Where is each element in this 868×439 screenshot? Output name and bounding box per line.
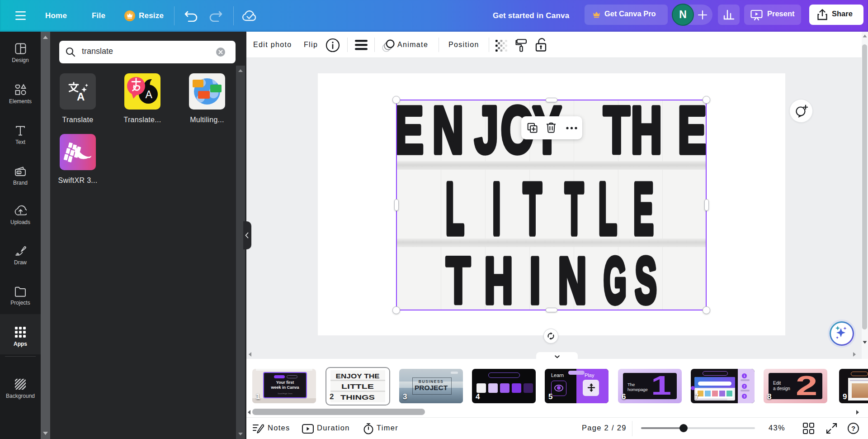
svg-text:A: A <box>146 89 153 100</box>
svg-text:THINGS: THINGS <box>340 394 375 401</box>
svg-text:ENJOY THE: ENJOY THE <box>336 372 380 380</box>
svg-text:A: A <box>77 91 85 102</box>
svg-text:co.: co. <box>18 172 20 174</box>
svg-text:LITTLE: LITTLE <box>341 383 374 390</box>
